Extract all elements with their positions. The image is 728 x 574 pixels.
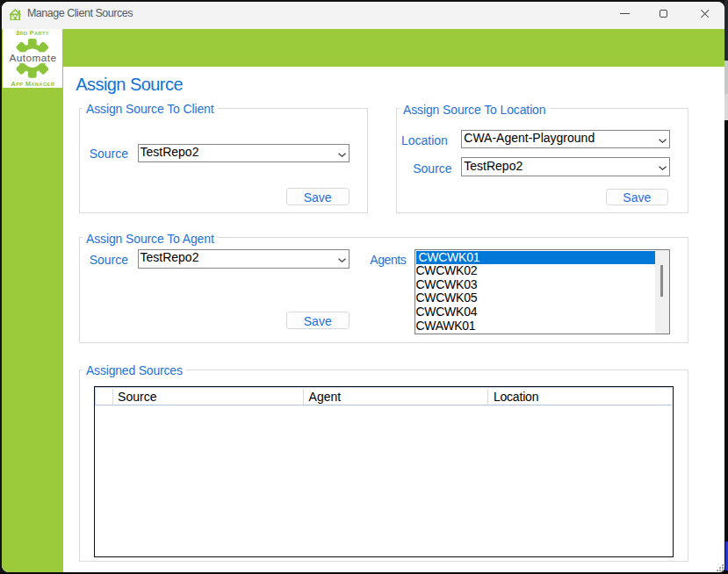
svg-text:Automate: Automate: [9, 52, 56, 64]
svg-text:APP MANAGER: APP MANAGER: [11, 80, 55, 88]
svg-text:3RD PARTY: 3RD PARTY: [16, 29, 49, 37]
